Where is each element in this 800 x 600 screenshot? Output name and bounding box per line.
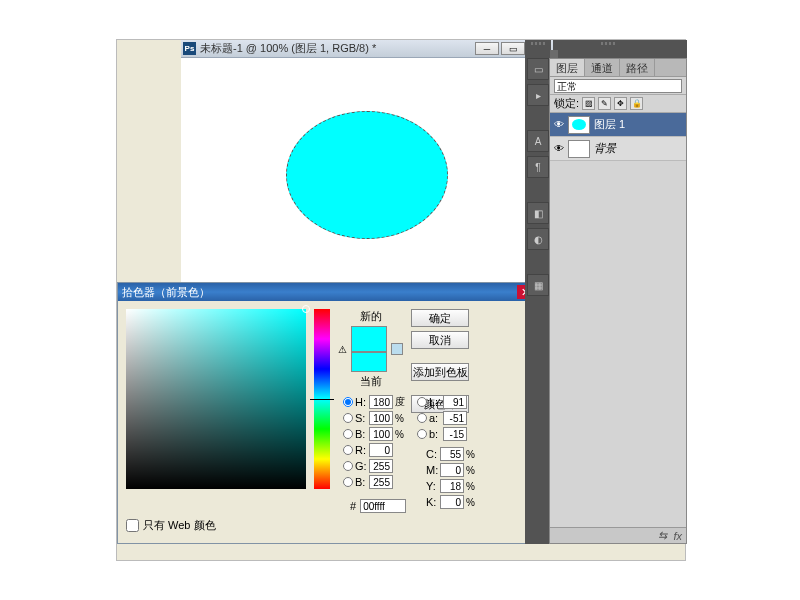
app-stage: Ps 未标题-1 @ 100% (图层 1, RGB/8) * ─ ▭ ✕ 拾色…	[116, 39, 686, 561]
c-input[interactable]	[440, 447, 464, 461]
lock-transparency-icon[interactable]: ▨	[582, 97, 595, 110]
lock-all-icon[interactable]: 🔒	[630, 97, 643, 110]
tab-paths[interactable]: 路径	[620, 59, 655, 76]
radio-h[interactable]	[343, 397, 353, 407]
layer-row[interactable]: 👁 图层 1	[550, 113, 686, 137]
radio-s[interactable]	[343, 413, 353, 423]
layer-thumb[interactable]	[568, 140, 590, 158]
web-only-label: 只有 Web 颜色	[143, 518, 216, 533]
char-icon[interactable]: A	[527, 130, 549, 152]
maximize-button[interactable]: ▭	[501, 42, 525, 55]
fx-label[interactable]: fx	[673, 530, 682, 542]
h-input[interactable]	[369, 395, 393, 409]
layer-name[interactable]: 背景	[594, 141, 616, 156]
color-picker-titlebar[interactable]: 拾色器（前景色） ✕	[118, 283, 537, 301]
new-color-label: 新的	[360, 309, 382, 324]
saturation-field[interactable]	[126, 309, 306, 489]
document-titlebar[interactable]: Ps 未标题-1 @ 100% (图层 1, RGB/8) * ─ ▭ ✕	[181, 40, 553, 58]
layer-thumb[interactable]	[568, 116, 590, 134]
strip-grip[interactable]	[531, 42, 545, 45]
y-input[interactable]	[440, 479, 464, 493]
radio-r[interactable]	[343, 445, 353, 455]
lock-move-icon[interactable]: ✥	[614, 97, 627, 110]
rgb-b-input[interactable]	[369, 475, 393, 489]
web-only-row: 只有 Web 颜色	[126, 518, 216, 533]
swatches-icon[interactable]: ▦	[527, 274, 549, 296]
link-icon[interactable]: ⇆	[658, 529, 667, 542]
m-input[interactable]	[440, 463, 464, 477]
visibility-icon[interactable]: 👁	[550, 143, 568, 154]
radio-g[interactable]	[343, 461, 353, 471]
layer-row[interactable]: 👁 背景	[550, 137, 686, 161]
selection-ellipse[interactable]	[286, 111, 448, 239]
radio-lab-b[interactable]	[417, 429, 427, 439]
actions-icon[interactable]: ▸	[527, 84, 549, 106]
canvas[interactable]	[181, 58, 553, 282]
add-swatch-button[interactable]: 添加到色板	[411, 363, 469, 381]
g-input[interactable]	[369, 459, 393, 473]
app-icon: Ps	[183, 42, 196, 55]
k-input[interactable]	[440, 495, 464, 509]
color-picker-title: 拾色器（前景色）	[122, 285, 517, 300]
saturation-marker[interactable]	[302, 305, 310, 313]
tab-layers[interactable]: 图层	[550, 59, 585, 76]
color-icon[interactable]: ◧	[527, 202, 549, 224]
ok-button[interactable]: 确定	[411, 309, 469, 327]
color-picker-dialog: 拾色器（前景色） ✕ 新的 ⚠	[117, 282, 538, 544]
s-input[interactable]	[369, 411, 393, 425]
a-input[interactable]	[443, 411, 467, 425]
panel-grip[interactable]	[601, 42, 615, 45]
layer-name[interactable]: 图层 1	[594, 117, 625, 132]
panel-tabs: 图层 通道 路径	[550, 59, 686, 77]
gamut-warning-icon[interactable]: ⚠	[338, 344, 347, 355]
hue-marker[interactable]	[310, 399, 334, 400]
document-title: 未标题-1 @ 100% (图层 1, RGB/8) *	[200, 41, 475, 56]
websafe-swatch[interactable]	[391, 343, 403, 355]
layers-footer: ⇆ fx	[550, 527, 686, 543]
cancel-button[interactable]: 取消	[411, 331, 469, 349]
layers-panel: 图层 通道 路径 正常 锁定: ▨ ✎ ✥ 🔒 👁 图层 1 👁 背景	[549, 58, 687, 544]
lock-paint-icon[interactable]: ✎	[598, 97, 611, 110]
hex-row: #	[350, 499, 406, 513]
web-only-checkbox[interactable]	[126, 519, 139, 532]
history-icon[interactable]: ▭	[527, 58, 549, 80]
layer-list: 👁 图层 1 👁 背景	[550, 113, 686, 161]
l-input[interactable]	[443, 395, 467, 409]
r-input[interactable]	[369, 443, 393, 457]
styles-icon[interactable]: ◐	[527, 228, 549, 250]
current-color-label: 当前	[360, 374, 382, 389]
right-dock-strip: ▭ ▸ A ¶ ◧ ◐ ▦	[525, 40, 551, 544]
hex-input[interactable]	[360, 499, 406, 513]
para-icon[interactable]: ¶	[527, 156, 549, 178]
document-window: Ps 未标题-1 @ 100% (图层 1, RGB/8) * ─ ▭ ✕	[181, 40, 553, 282]
current-color-swatch[interactable]	[351, 352, 387, 372]
visibility-icon[interactable]: 👁	[550, 119, 568, 130]
b-input[interactable]	[369, 427, 393, 441]
cmyk-fields: C:% M:% Y:% K:%	[426, 447, 475, 509]
radio-rgb-b[interactable]	[343, 477, 353, 487]
blend-mode-select[interactable]: 正常	[554, 79, 682, 93]
tab-channels[interactable]: 通道	[585, 59, 620, 76]
new-color-swatch[interactable]	[351, 326, 387, 352]
lock-label: 锁定:	[554, 96, 579, 111]
radio-l[interactable]	[417, 397, 427, 407]
hue-slider[interactable]	[314, 309, 330, 489]
lab-b-input[interactable]	[443, 427, 467, 441]
minimize-button[interactable]: ─	[475, 42, 499, 55]
radio-a[interactable]	[417, 413, 427, 423]
radio-b[interactable]	[343, 429, 353, 439]
